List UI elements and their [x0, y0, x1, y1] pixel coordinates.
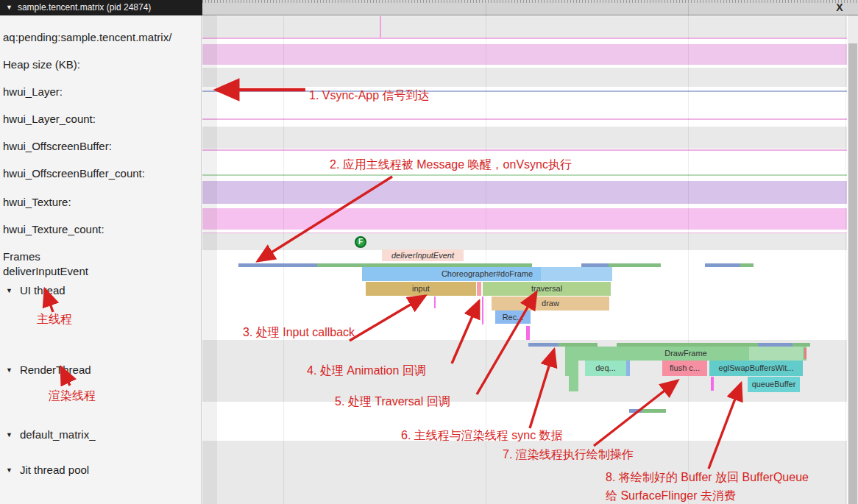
slice-eglswapbuffers[interactable]: eglSwapBuffersWit... [709, 361, 803, 376]
slice-animation-sliver[interactable] [477, 282, 481, 296]
annotation-4: 4. 处理 Animation 回调 [307, 363, 426, 379]
track-row-frames [202, 233, 847, 250]
annotation-6: 6. 主线程与渲染线程 sync 数据 [401, 428, 563, 444]
annotation-8-line1: 8. 将绘制好的 Buffer 放回 BufferQueue [606, 470, 809, 486]
thread-state-runnable[interactable] [528, 343, 559, 347]
track-row-aq-pending [202, 16, 847, 38]
vertical-scrollbar[interactable] [848, 15, 858, 504]
annotation-5: 5. 处理 Traversal 回调 [335, 394, 450, 410]
thread-label: UI thread [20, 284, 65, 297]
counter-label-hwui-texture-count: hwui_Texture_count: [3, 223, 104, 235]
hwui-texture-count-band [202, 208, 847, 230]
slice-queuebuffer[interactable]: queueBuffer [748, 377, 800, 392]
magenta-marker-tall [526, 326, 530, 340]
process-title: sample.tencent.matrix (pid 24874) [18, 2, 151, 13]
thread-label: Jit thread pool [20, 464, 89, 476]
red-sliver [804, 348, 806, 359]
slice-choreographer-light-tail [541, 267, 612, 281]
aq-pending-event-marker [380, 16, 381, 38]
slice-input[interactable]: input [366, 282, 476, 296]
annotation-8-line2: 给 SurfaceFlinger 去消费 [606, 489, 736, 504]
counter-label-offscreenbuffer: hwui_OffscreenBuffer: [3, 140, 112, 152]
green-counter-line [202, 174, 847, 176]
expander-triangle-icon[interactable]: ▼ [6, 431, 13, 439]
counter-label-hwui-texture: hwui_Texture: [3, 196, 71, 208]
pink-separator [202, 149, 847, 151]
frame-marker[interactable]: F [355, 236, 366, 248]
annotation-3: 3. 处理 Input callback [243, 325, 355, 341]
track-row-offscreenbuffer [202, 127, 847, 149]
close-icon[interactable]: X [833, 0, 846, 15]
pink-separator [202, 38, 847, 39]
slice-traversal[interactable]: traversal [483, 282, 611, 296]
thread-row-ui-thread[interactable]: ▼UI thread [6, 284, 65, 297]
magenta-marker [711, 377, 714, 391]
note-render-thread: 渲染线程 [49, 388, 96, 404]
slice-deliverinputevent[interactable]: deliverInputEvent [382, 249, 464, 261]
vsync-blue-line [202, 90, 847, 92]
counter-label-hwui-layer-count: hwui_Layer_count: [3, 113, 96, 125]
green-block[interactable] [569, 376, 578, 391]
hwui-texture-band [202, 181, 847, 204]
counter-label-aq-pending: aq:pending:sample.tencent.matrix/ [3, 31, 171, 43]
slice-flush-commands[interactable]: flush c... [662, 361, 707, 376]
gridline [688, 15, 689, 504]
counter-label-offscreenbuffer-count: hwui_OffscreenBuffer_count: [3, 167, 145, 180]
thread-row-renderthread[interactable]: ▼RenderThread [6, 363, 91, 376]
counter-label-heap-size: Heap size (KB): [3, 58, 80, 71]
thread-state-running[interactable] [642, 409, 666, 413]
thread-row-jit-thread-pool[interactable]: ▼Jit thread pool [6, 464, 89, 476]
annotation-2: 2. 应用主线程被 Message 唤醒，onVsync执行 [330, 157, 572, 173]
thread-state-running[interactable] [609, 263, 661, 267]
trace-viewer-window: F deliverInputEvent Choreographer#doFram… [0, 0, 858, 504]
titlebar-gridline [486, 4, 486, 15]
magenta-marker [434, 297, 436, 308]
green-block[interactable] [565, 361, 578, 376]
gridline [845, 15, 846, 504]
annotation-1: 1. Vsync-App 信号到达 [309, 88, 430, 104]
expander-triangle-icon[interactable]: ▼ [6, 287, 13, 294]
heap-size-band [202, 44, 847, 65]
expander-triangle-icon[interactable]: ▼ [6, 466, 13, 474]
annotation-7: 7. 渲染线程执行绘制操作 [503, 447, 634, 463]
thread-state-runnable[interactable] [705, 263, 740, 267]
track-row-hwui-layer [202, 68, 847, 87]
expander-triangle-icon[interactable]: ▼ [6, 366, 13, 374]
gridline [283, 15, 284, 504]
track-left-gutter [202, 15, 217, 504]
titlebar-gridline [688, 4, 689, 15]
slice-record[interactable]: Rec... [495, 310, 531, 324]
collapse-triangle-icon[interactable]: ▼ [6, 0, 13, 15]
blue-sliver [626, 361, 630, 376]
slice-draw[interactable]: draw [492, 297, 609, 310]
thread-row-default-matrix[interactable]: ▼default_matrix_ [6, 428, 95, 441]
thread-state-running[interactable] [740, 263, 754, 267]
track-label-deliverinputevent: deliverInputEvent [3, 265, 88, 277]
track-label-frames: Frames [3, 250, 40, 263]
note-main-thread: 主线程 [37, 312, 72, 327]
thread-state-runnable[interactable] [629, 409, 642, 413]
thread-label: default_matrix_ [20, 428, 96, 441]
slice-drawframe-light-tail [749, 347, 803, 361]
scrollbar-thumb[interactable] [848, 43, 857, 504]
mini-ruler-ticks [202, 0, 858, 3]
process-title-bar: ▼sample.tencent.matrix (pid 24874) X [0, 0, 858, 15]
process-header[interactable]: ▼sample.tencent.matrix (pid 24874) [0, 0, 202, 15]
counter-label-hwui-layer: hwui_Layer: [3, 85, 63, 98]
pink-separator [202, 118, 847, 120]
magenta-marker [482, 297, 483, 324]
track-name-sidebar: aq:pending:sample.tencent.matrix/ Heap s… [0, 15, 202, 504]
slice-dequeuebuffer[interactable]: deq... [585, 361, 626, 376]
thread-label: RenderThread [20, 363, 91, 376]
thread-state-runnable[interactable] [238, 263, 317, 267]
